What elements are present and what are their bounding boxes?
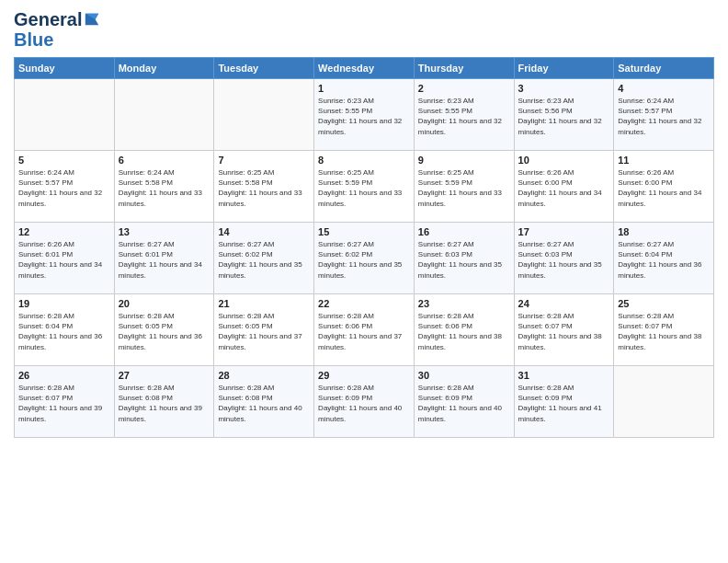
day-number: 28 (218, 370, 310, 381)
cell-info: Sunrise: 6:23 AMSunset: 5:55 PMDaylight:… (318, 96, 410, 137)
cell-info: Sunrise: 6:27 AMSunset: 6:03 PMDaylight:… (518, 239, 610, 281)
calendar-cell: 17Sunrise: 6:27 AMSunset: 6:03 PMDayligh… (514, 223, 614, 294)
day-number: 30 (418, 370, 510, 381)
cell-info: Sunrise: 6:27 AMSunset: 6:02 PMDaylight:… (318, 239, 410, 281)
day-number: 3 (518, 83, 610, 94)
cell-info: Sunrise: 6:24 AMSunset: 5:57 PMDaylight:… (618, 96, 710, 137)
calendar-cell: 4Sunrise: 6:24 AMSunset: 5:57 PMDaylight… (614, 79, 714, 151)
cell-info: Sunrise: 6:25 AMSunset: 5:58 PMDaylight:… (218, 167, 310, 209)
calendar-cell: 23Sunrise: 6:28 AMSunset: 6:06 PMDayligh… (414, 294, 514, 366)
day-number: 7 (218, 155, 310, 166)
page-header: General Blue (14, 9, 714, 50)
calendar-cell: 12Sunrise: 6:26 AMSunset: 6:01 PMDayligh… (15, 223, 115, 294)
cell-info: Sunrise: 6:28 AMSunset: 6:05 PMDaylight:… (218, 311, 310, 352)
calendar-cell (15, 79, 115, 151)
day-number: 25 (618, 298, 710, 309)
cell-info: Sunrise: 6:26 AMSunset: 6:01 PMDaylight:… (18, 239, 110, 281)
logo-flag-icon (84, 11, 100, 28)
calendar-cell: 10Sunrise: 6:26 AMSunset: 6:00 PMDayligh… (514, 151, 614, 223)
logo-text-blue: Blue (14, 29, 53, 50)
cell-info: Sunrise: 6:27 AMSunset: 6:03 PMDaylight:… (418, 239, 510, 281)
day-number: 1 (318, 83, 410, 94)
header-monday: Monday (114, 58, 214, 79)
day-number: 13 (119, 226, 210, 237)
day-number: 12 (18, 226, 110, 237)
calendar-cell: 29Sunrise: 6:28 AMSunset: 6:09 PMDayligh… (314, 366, 415, 438)
cell-info: Sunrise: 6:28 AMSunset: 6:04 PMDaylight:… (18, 311, 110, 352)
day-number: 27 (119, 370, 210, 381)
cell-info: Sunrise: 6:24 AMSunset: 5:57 PMDaylight:… (18, 167, 110, 209)
calendar-week-row: 1Sunrise: 6:23 AMSunset: 5:55 PMDaylight… (15, 79, 714, 151)
header-tuesday: Tuesday (214, 58, 314, 79)
calendar-cell (214, 79, 314, 151)
day-number: 19 (18, 298, 110, 309)
cell-info: Sunrise: 6:26 AMSunset: 6:00 PMDaylight:… (518, 167, 610, 209)
calendar-cell: 5Sunrise: 6:24 AMSunset: 5:57 PMDaylight… (15, 151, 115, 223)
calendar-cell: 21Sunrise: 6:28 AMSunset: 6:05 PMDayligh… (214, 294, 314, 366)
cell-info: Sunrise: 6:24 AMSunset: 5:58 PMDaylight:… (119, 167, 210, 209)
header-sunday: Sunday (15, 58, 115, 79)
day-number: 15 (318, 226, 410, 237)
calendar-cell: 26Sunrise: 6:28 AMSunset: 6:07 PMDayligh… (15, 366, 115, 438)
calendar-header-row: SundayMondayTuesdayWednesdayThursdayFrid… (15, 58, 714, 79)
cell-info: Sunrise: 6:28 AMSunset: 6:09 PMDaylight:… (318, 383, 410, 424)
day-number: 10 (518, 155, 610, 166)
calendar-cell: 19Sunrise: 6:28 AMSunset: 6:04 PMDayligh… (15, 294, 115, 366)
calendar-cell: 31Sunrise: 6:28 AMSunset: 6:09 PMDayligh… (514, 366, 614, 438)
day-number: 20 (119, 298, 210, 309)
calendar-week-row: 26Sunrise: 6:28 AMSunset: 6:07 PMDayligh… (15, 366, 714, 438)
header-thursday: Thursday (414, 58, 514, 79)
cell-info: Sunrise: 6:28 AMSunset: 6:08 PMDaylight:… (218, 383, 310, 424)
calendar-cell: 2Sunrise: 6:23 AMSunset: 5:55 PMDaylight… (414, 79, 514, 151)
calendar-table: SundayMondayTuesdayWednesdayThursdayFrid… (14, 57, 714, 438)
calendar-week-row: 12Sunrise: 6:26 AMSunset: 6:01 PMDayligh… (15, 223, 714, 294)
calendar-cell: 1Sunrise: 6:23 AMSunset: 5:55 PMDaylight… (314, 79, 415, 151)
calendar-cell: 18Sunrise: 6:27 AMSunset: 6:04 PMDayligh… (614, 223, 714, 294)
calendar-cell: 8Sunrise: 6:25 AMSunset: 5:59 PMDaylight… (314, 151, 415, 223)
day-number: 18 (618, 226, 710, 237)
day-number: 4 (618, 83, 710, 94)
day-number: 24 (518, 298, 610, 309)
header-saturday: Saturday (614, 58, 714, 79)
day-number: 2 (418, 83, 510, 94)
calendar-cell: 16Sunrise: 6:27 AMSunset: 6:03 PMDayligh… (414, 223, 514, 294)
calendar-cell: 3Sunrise: 6:23 AMSunset: 5:56 PMDaylight… (514, 79, 614, 151)
calendar-cell: 25Sunrise: 6:28 AMSunset: 6:07 PMDayligh… (614, 294, 714, 366)
header-friday: Friday (514, 58, 614, 79)
calendar-cell (614, 366, 714, 438)
cell-info: Sunrise: 6:28 AMSunset: 6:08 PMDaylight:… (119, 383, 210, 424)
cell-info: Sunrise: 6:28 AMSunset: 6:07 PMDaylight:… (18, 383, 110, 424)
day-number: 29 (318, 370, 410, 381)
cell-info: Sunrise: 6:27 AMSunset: 6:01 PMDaylight:… (119, 239, 210, 281)
calendar-cell: 14Sunrise: 6:27 AMSunset: 6:02 PMDayligh… (214, 223, 314, 294)
calendar-cell: 11Sunrise: 6:26 AMSunset: 6:00 PMDayligh… (614, 151, 714, 223)
calendar-cell: 22Sunrise: 6:28 AMSunset: 6:06 PMDayligh… (314, 294, 415, 366)
day-number: 11 (618, 155, 710, 166)
logo: General Blue (14, 9, 100, 50)
calendar-cell (114, 79, 214, 151)
day-number: 5 (18, 155, 110, 166)
cell-info: Sunrise: 6:28 AMSunset: 6:09 PMDaylight:… (418, 383, 510, 424)
calendar-week-row: 5Sunrise: 6:24 AMSunset: 5:57 PMDaylight… (15, 151, 714, 223)
cell-info: Sunrise: 6:25 AMSunset: 5:59 PMDaylight:… (318, 167, 410, 209)
cell-info: Sunrise: 6:27 AMSunset: 6:02 PMDaylight:… (218, 239, 310, 281)
calendar-cell: 20Sunrise: 6:28 AMSunset: 6:05 PMDayligh… (114, 294, 214, 366)
calendar-cell: 6Sunrise: 6:24 AMSunset: 5:58 PMDaylight… (114, 151, 214, 223)
cell-info: Sunrise: 6:28 AMSunset: 6:07 PMDaylight:… (618, 311, 710, 352)
cell-info: Sunrise: 6:23 AMSunset: 5:56 PMDaylight:… (518, 96, 610, 137)
cell-info: Sunrise: 6:25 AMSunset: 5:59 PMDaylight:… (418, 167, 510, 209)
calendar-cell: 30Sunrise: 6:28 AMSunset: 6:09 PMDayligh… (414, 366, 514, 438)
cell-info: Sunrise: 6:26 AMSunset: 6:00 PMDaylight:… (618, 167, 710, 209)
cell-info: Sunrise: 6:27 AMSunset: 6:04 PMDaylight:… (618, 239, 710, 281)
cell-info: Sunrise: 6:28 AMSunset: 6:05 PMDaylight:… (119, 311, 210, 352)
calendar-cell: 13Sunrise: 6:27 AMSunset: 6:01 PMDayligh… (114, 223, 214, 294)
cell-info: Sunrise: 6:28 AMSunset: 6:06 PMDaylight:… (418, 311, 510, 352)
calendar-week-row: 19Sunrise: 6:28 AMSunset: 6:04 PMDayligh… (15, 294, 714, 366)
logo-text-general: General (14, 9, 82, 29)
day-number: 6 (119, 155, 210, 166)
cell-info: Sunrise: 6:28 AMSunset: 6:06 PMDaylight:… (318, 311, 410, 352)
calendar-cell: 9Sunrise: 6:25 AMSunset: 5:59 PMDaylight… (414, 151, 514, 223)
day-number: 23 (418, 298, 510, 309)
calendar-cell: 24Sunrise: 6:28 AMSunset: 6:07 PMDayligh… (514, 294, 614, 366)
page-container: General Blue SundayMondayTuesdayWednesda… (0, 0, 728, 447)
